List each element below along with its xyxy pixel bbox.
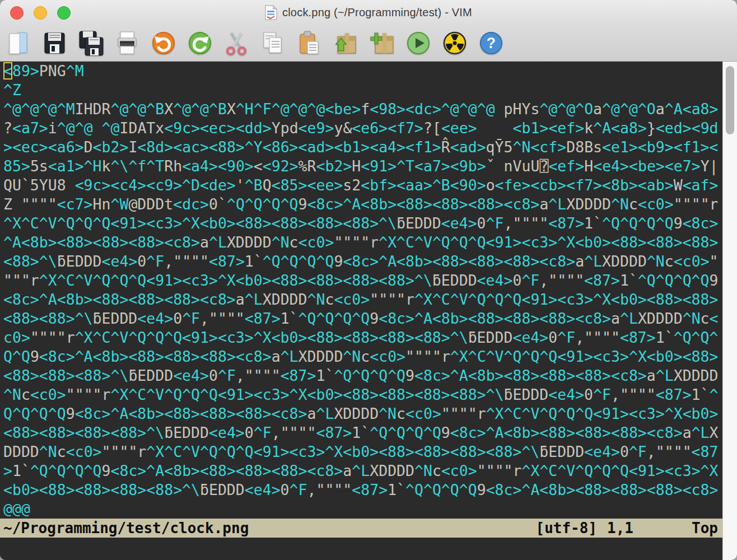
editor-line: ^Z <box>3 81 722 100</box>
cut-icon <box>224 30 249 57</box>
status-cursor-position: 1,1 <box>607 520 633 536</box>
open-file-icon <box>6 30 30 57</box>
editor-line: >1`^Q^Q^Q^Q9<8c>^A<8b><88><88><88><c8>a^… <box>3 461 722 480</box>
zoom-button[interactable] <box>57 6 71 20</box>
toolbar-button-redo[interactable] <box>186 28 213 58</box>
editor-line: <88>^\ƃEDDD<e4>0^F,""""<87>1`^Q^Q^Q^Q9<8… <box>3 252 722 271</box>
toolbar: ? <box>0 25 737 62</box>
toolbar-button-paste[interactable] <box>296 28 322 58</box>
editor-line: QU`5YU8 <9c><c4><c9>^D<de>'^BQ<85><ee>s2… <box>3 176 722 195</box>
scrollbar[interactable] <box>722 62 737 560</box>
toolbar-button-cut[interactable] <box>223 28 249 58</box>
radiation-icon <box>442 31 467 55</box>
toolbar-button-undo[interactable] <box>150 28 176 58</box>
undo-icon <box>151 31 176 55</box>
box-arrow-up-icon <box>333 30 358 57</box>
editor-line: ><ec><a6>D<b2>I<8d><ac><88>^Y<86><ad><b1… <box>3 138 722 157</box>
traffic-lights <box>10 6 71 20</box>
editor-line: <88><88><88><88>^\ƃEDDD<e4>0^F,""""<87>1… <box>3 423 722 442</box>
editor-line: ^A<8b><88><88><88><c8>a^LXDDDD^Nc<c0>"""… <box>3 233 722 252</box>
close-button[interactable] <box>10 6 24 20</box>
editor-line: @@@ <box>3 500 722 519</box>
editor-line: c0>""""r^X^C^V^Q^Q^Q<91><c3>^X<b0><88><8… <box>3 328 722 347</box>
editor-line: ^Nc<c0>""""r^X^C^V^Q^Q^Q<91><c3>^X<b0><8… <box>3 385 722 404</box>
redo-icon <box>188 31 212 55</box>
toolbar-button-make[interactable] <box>441 28 468 58</box>
status-right: [utf-8] 1,1 Top <box>535 520 718 536</box>
title-wrap: clock.png (~/Programming/test) - VIM <box>265 5 472 20</box>
status-scroll-indicator: Top <box>692 520 718 536</box>
toolbar-button-save-all[interactable] <box>77 28 104 58</box>
editor-line: <88><88>^\ƃEDDD<e4>0^F,""""<87>1`^Q^Q^Q^… <box>3 309 722 328</box>
editor-line: ^@^@^@^MIHDR^@^@^BX^@^@^BX^H^F^@^@^@<be>… <box>3 100 722 119</box>
command-line-area <box>0 538 722 560</box>
editor-lines: <89>PNG^M^Z^@^@^@^MIHDR^@^@^BX^@^@^BX^H^… <box>3 62 722 519</box>
status-line: ~/Programming/test/clock.png [utf-8] 1,1… <box>0 519 722 538</box>
help-icon: ? <box>479 31 503 55</box>
save-icon <box>42 30 67 57</box>
editor-area[interactable]: <89>PNG^M^Z^@^@^@^MIHDR^@^@^BX^@^@^BX^H^… <box>0 62 722 519</box>
editor-line: Q^Q9<8c>^A<8b><88><88><88><c8>a^LXDDDD^N… <box>3 347 722 366</box>
editor-line: ?<a7>i^@^@ ^@IDATx<9c><ec><dd>Ypd<e9>y&<… <box>3 119 722 138</box>
editor-line: ^X^C^V^Q^Q^Q<91><c3>^X<b0><88><88><88><8… <box>3 214 722 233</box>
editor-line: 85>5s<a1>^Hk^\^f^TRh<a4><90><<92>%R<b2>H… <box>3 157 722 176</box>
copy-icon <box>260 30 285 57</box>
status-file-path: ~/Programming/test/clock.png <box>3 520 249 536</box>
editor-line: <b0><88><88><88><88>^\ƃEDDD<e4>0^F,""""<… <box>3 480 722 500</box>
minimize-button[interactable] <box>34 6 47 20</box>
editor-line: Z """"<c7>Hn^W@DDDt<dc>0`^Q^Q^Q^Q9<8c>^A… <box>3 195 722 214</box>
editor-line: DDDD^Nc<c0>""""r^X^C^V^Q^Q^Q<91><c3>^X<b… <box>3 442 722 461</box>
toolbar-button-save[interactable] <box>41 28 67 58</box>
svg-text:?: ? <box>486 35 496 52</box>
editor-line: <89>PNG^M <box>3 62 722 81</box>
toolbar-button-copy[interactable] <box>259 28 286 58</box>
document-icon <box>265 5 277 20</box>
editor-line: """r^X^C^V^Q^Q^Q<91><c3>^X<b0><88><88><8… <box>3 271 722 290</box>
editor-line: <8c>^A<8b><88><88><88><c8>a^LXDDDD^Nc<c0… <box>3 290 722 309</box>
window-title: clock.png (~/Programming/test) - VIM <box>282 6 472 19</box>
save-all-icon <box>78 30 104 57</box>
toolbar-button-print[interactable] <box>114 28 140 58</box>
paste-icon <box>297 30 321 57</box>
cursor: < <box>3 62 12 80</box>
scrollbar-thumb[interactable] <box>726 66 734 134</box>
run-icon <box>406 31 431 55</box>
toolbar-button-load-session[interactable] <box>332 28 358 58</box>
toolbar-button-help[interactable]: ? <box>478 28 504 58</box>
toolbar-button-run-script[interactable] <box>405 28 431 58</box>
toolbar-button-save-session[interactable] <box>368 28 395 58</box>
editor-line: Q^Q^Q^Q9<8c>^A<8b><88><88><88><c8>a^LXDD… <box>3 404 722 423</box>
vim-window: clock.png (~/Programming/test) - VIM <box>0 0 737 560</box>
toolbar-button-open[interactable] <box>4 28 31 58</box>
editor-line: <88><88><88>^\ƃEDDD<e4>0^F,""""<87>1`^Q^… <box>3 366 722 385</box>
box-plus-icon <box>369 30 395 57</box>
titlebar: clock.png (~/Programming/test) - VIM <box>0 0 737 25</box>
print-icon <box>115 30 139 57</box>
status-encoding: [utf-8] <box>535 520 597 536</box>
